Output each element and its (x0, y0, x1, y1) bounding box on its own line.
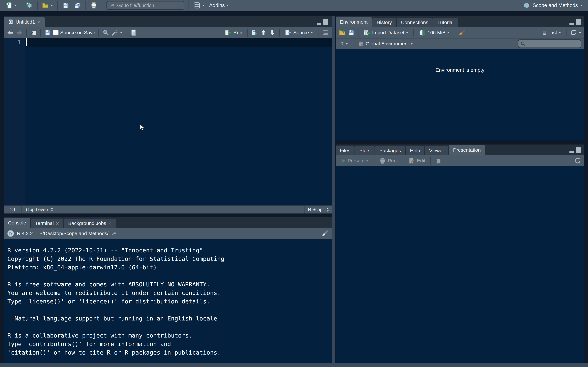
up-icon[interactable] (260, 29, 267, 36)
chevron-down-icon (366, 160, 369, 162)
chevron-down-icon[interactable] (14, 5, 17, 6)
clear-objects-icon[interactable] (458, 29, 466, 36)
tab-history[interactable]: History (372, 18, 396, 27)
refresh-icon[interactable] (574, 157, 581, 164)
environment-tabbar: Environment History Connections Tutorial (336, 17, 584, 27)
environment-search-box[interactable] (518, 40, 581, 48)
tab-plots[interactable]: Plots (355, 146, 375, 155)
code-tools-icon[interactable] (111, 29, 118, 36)
edit-presentation-button[interactable]: Edit (406, 156, 427, 166)
chevron-down-icon[interactable] (579, 32, 581, 33)
tab-help[interactable]: Help (406, 146, 424, 155)
chevron-down-icon[interactable] (120, 32, 122, 33)
popout-icon[interactable] (434, 157, 441, 164)
import-dataset-button[interactable]: Import Dataset (362, 27, 410, 38)
goto-file-function-box[interactable] (106, 1, 184, 10)
tab-label: Plots (359, 148, 370, 153)
code-editor[interactable]: 1 (4, 38, 332, 205)
present-button[interactable]: Present (339, 156, 370, 166)
toolbar-separator (37, 1, 38, 10)
tab-presentation[interactable]: Presentation (449, 145, 485, 155)
project-selector[interactable]: Scope and Methods (521, 0, 584, 11)
maximize-icon[interactable] (323, 19, 328, 25)
tab-connections[interactable]: Connections (397, 18, 433, 27)
minimize-icon[interactable] (570, 151, 574, 153)
chevron-down-icon (558, 32, 561, 33)
vertical-splitter[interactable] (332, 17, 335, 363)
chevron-down-icon[interactable] (51, 5, 53, 6)
save-workspace-icon[interactable] (347, 29, 355, 36)
addins-button[interactable]: Addins (208, 0, 231, 11)
new-project-button[interactable] (24, 0, 35, 11)
tab-viewer[interactable]: Viewer (425, 146, 448, 155)
minimize-icon[interactable] (570, 23, 574, 25)
print-label: Print (388, 158, 398, 164)
source-button[interactable]: Source (283, 27, 315, 38)
compile-report-icon[interactable] (130, 29, 137, 36)
spinner-icon (326, 208, 329, 212)
import-dataset-label: Import Dataset (372, 30, 404, 35)
tab-label: Viewer (429, 148, 444, 153)
console-output[interactable]: R version 4.2.2 (2022-10-31) -- "Innocen… (4, 239, 332, 363)
run-label: Run (233, 30, 242, 35)
maximize-icon[interactable] (576, 147, 581, 153)
run-icon (225, 29, 232, 36)
outline-icon[interactable] (322, 29, 329, 36)
environment-scope-selector[interactable]: Global Environment (357, 39, 415, 49)
scope-selector[interactable]: (Top Level) (22, 207, 53, 212)
environment-search-input[interactable] (527, 41, 579, 46)
mouse-cursor-icon (138, 124, 145, 131)
language-selector[interactable]: R (339, 39, 350, 49)
tab-files[interactable]: Files (336, 146, 355, 155)
view-mode-label: List (549, 30, 557, 35)
tab-terminal[interactable]: Terminal (31, 218, 63, 228)
save-icon[interactable] (44, 29, 51, 36)
popout-icon[interactable] (30, 29, 37, 36)
toolbar-separator (430, 157, 431, 165)
toolbar-separator (373, 157, 374, 165)
rerun-icon[interactable] (251, 29, 258, 36)
goto-file-function-input[interactable] (117, 3, 182, 8)
load-workspace-icon[interactable] (339, 29, 346, 36)
memory-usage-button[interactable]: 106 MiB (417, 27, 451, 38)
forward-icon[interactable] (16, 29, 23, 36)
run-button[interactable]: Run (223, 27, 244, 38)
tab-tutorial[interactable]: Tutorial (433, 18, 458, 27)
refresh-icon[interactable] (570, 29, 577, 36)
find-icon[interactable] (102, 29, 109, 36)
save-all-button[interactable] (72, 0, 83, 11)
pane-layout-button[interactable] (192, 0, 206, 11)
tab-packages[interactable]: Packages (375, 146, 405, 155)
chevron-down-icon[interactable] (202, 5, 205, 6)
file-type-selector[interactable]: R Script (304, 206, 332, 214)
tab-untitled1[interactable]: Untitled1 (4, 17, 45, 27)
tab-background-jobs[interactable]: Background Jobs (64, 218, 116, 228)
back-icon[interactable] (7, 29, 14, 36)
tab-console[interactable]: Console (4, 217, 30, 228)
open-file-button[interactable] (40, 0, 55, 11)
memory-pie-icon (419, 29, 426, 36)
down-icon[interactable] (269, 29, 276, 36)
save-button[interactable] (61, 0, 71, 11)
source-on-save-checkbox[interactable] (53, 30, 59, 35)
files-tabbar: Files Plots Packages Help Viewer Present… (336, 144, 584, 155)
environment-content: Environment is empty (336, 49, 584, 140)
clear-console-icon[interactable] (321, 230, 329, 237)
maximize-icon[interactable] (576, 19, 581, 25)
view-mode-button[interactable]: List (540, 27, 563, 38)
print-button[interactable] (89, 0, 99, 11)
close-icon[interactable] (56, 221, 59, 226)
toolbar-separator (98, 29, 99, 37)
new-file-button[interactable] (4, 0, 18, 11)
main-toolbar: Addins Scope and Methods (0, 0, 588, 12)
minimize-icon[interactable] (317, 23, 321, 25)
chevron-down-icon[interactable] (311, 32, 313, 33)
close-icon[interactable] (108, 221, 112, 226)
working-directory-label: ~/Desktop/Scope and Methods/ (40, 231, 108, 236)
environment-scope-label: Global Environment (366, 41, 409, 47)
close-icon[interactable] (37, 19, 40, 25)
print-presentation-button[interactable]: Print (377, 156, 399, 166)
toolbar-separator (40, 29, 41, 37)
tab-environment[interactable]: Environment (336, 17, 372, 27)
change-directory-icon[interactable] (111, 231, 117, 236)
